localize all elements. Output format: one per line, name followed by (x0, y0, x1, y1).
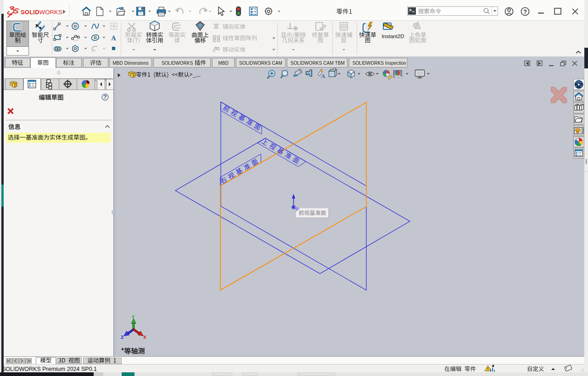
svg-text:X: X (143, 335, 146, 340)
svg-text:Z: Z (121, 335, 124, 340)
svg-text:A: A (111, 34, 116, 42)
svg-text:A: A (321, 73, 325, 79)
svg-text:Y: Y (132, 314, 135, 320)
